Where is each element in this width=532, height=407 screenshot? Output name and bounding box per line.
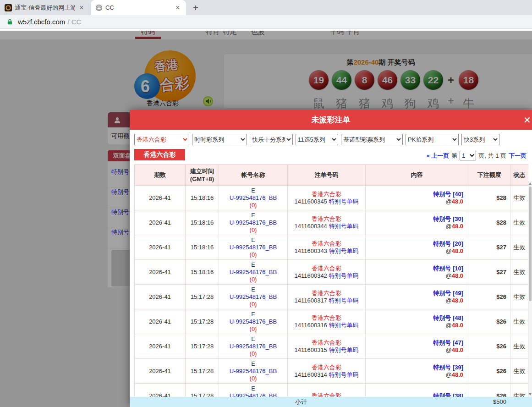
series-select[interactable]: 快3系列	[461, 134, 499, 145]
period-cell: 2026-41	[135, 359, 186, 384]
account-cell: E U-992548176_BB (0)	[219, 260, 288, 285]
odds-line: @48.0	[367, 371, 463, 379]
time-cell: 15:18:16	[186, 260, 219, 285]
odds-value: 48.0	[452, 223, 463, 230]
account-name-link[interactable]: U-992548176_BB	[221, 194, 285, 202]
ticket-number: 1411600342	[295, 272, 327, 279]
time-cell: 15:17:28	[186, 384, 219, 397]
unsettled-bets-modal: 未派彩注单 ✕ 香港六合彩时时彩系列快乐十分系列11选5系列基诺型彩票系列PK拾…	[130, 110, 532, 407]
odds-at: @	[445, 297, 451, 304]
subtotal-value: $500	[468, 397, 506, 407]
scrollbar-thumb[interactable]	[529, 187, 532, 301]
account-cell: E U-992548176_BB (0)	[219, 186, 288, 210]
tab-close-icon[interactable]: ×	[174, 4, 181, 11]
account-name-link[interactable]: U-992548176_BB	[221, 219, 285, 226]
content-cell: 特别号 [40] @48.0	[366, 186, 468, 210]
period-cell: 2026-41	[135, 186, 186, 210]
game-name: 香港六合彩	[290, 265, 363, 272]
scrollbar-down-arrow-icon[interactable]	[529, 393, 532, 396]
account-name-link[interactable]: U-992548176_BB	[221, 392, 285, 397]
series-select[interactable]: 基诺型彩票系列	[341, 134, 403, 145]
address-bar[interactable]: w5zf.cbcfo.com / CC	[0, 15, 532, 29]
bets-table-wrap: 期数建立时间(GMT+8)帐号名称注单号码内容下注额度状态 2026-41 15…	[134, 164, 528, 397]
ticket-cell: 香港六合彩 1411600316 特别号单码	[288, 309, 366, 334]
series-select[interactable]: 11选5系列	[296, 134, 338, 145]
account-cell: E U-992548176_BB (0)	[219, 384, 288, 397]
ticket-number: 1411600344	[295, 223, 327, 230]
amount-cell: $28	[468, 186, 510, 210]
account-name-link[interactable]: U-992548176_BB	[221, 244, 285, 251]
bet-row: 2026-41 15:17:28 E U-992548176_BB (0) 香港…	[135, 359, 529, 384]
account-name-link[interactable]: U-992548176_BB	[221, 318, 285, 325]
period-cell: 2026-41	[135, 285, 186, 309]
time-cell: 15:18:16	[186, 235, 219, 260]
site-favicon-icon	[5, 4, 12, 11]
amount-cell: $26	[468, 285, 510, 309]
status-cell: 生效	[510, 235, 529, 260]
ticket-line: 1411600316 特别号单码	[290, 322, 363, 329]
ticket-number: 1411600314	[295, 371, 327, 378]
ticket-type-link[interactable]: 特别号单码	[329, 322, 358, 329]
series-select[interactable]: 香港六合彩	[134, 134, 189, 145]
column-header: 期数	[135, 165, 186, 186]
column-header: 状态	[510, 165, 529, 186]
modal-header: 未派彩注单 ✕	[130, 110, 532, 130]
tab-close-icon[interactable]: ×	[78, 4, 85, 11]
page-select[interactable]: 1	[460, 151, 476, 160]
browser-tab-1[interactable]: 通宝-信誉最好的网上游戏平 ×	[0, 0, 90, 15]
ticket-type-link[interactable]: 特别号单码	[329, 248, 358, 254]
bet-row: 2026-41 15:18:16 E U-992548176_BB (0) 香港…	[135, 260, 529, 285]
status-cell: 生效	[510, 210, 529, 235]
period-cell: 2026-41	[135, 210, 186, 235]
odds-line: @48.0	[367, 272, 463, 280]
time-cell: 15:17:28	[186, 334, 219, 359]
next-page-link[interactable]: 下一页	[509, 152, 527, 160]
account-name-link[interactable]: U-992548176_BB	[221, 343, 285, 350]
bet-content: 特别号 [40]	[367, 191, 463, 198]
ticket-type-link[interactable]: 特别号单码	[329, 223, 358, 230]
series-select[interactable]: 快乐十分系列	[250, 134, 293, 145]
close-icon[interactable]: ✕	[523, 115, 532, 126]
account-note: (0)	[221, 202, 285, 209]
modal-title: 未派彩注单	[130, 110, 532, 130]
account-prefix: E	[221, 236, 285, 244]
account-cell: E U-992548176_BB (0)	[219, 235, 288, 260]
account-prefix: E	[221, 336, 285, 343]
time-cell: 15:18:16	[186, 210, 219, 235]
ticket-type-link[interactable]: 特别号单码	[329, 371, 358, 378]
account-name-link[interactable]: U-992548176_BB	[221, 293, 285, 301]
odds-value: 48.0	[452, 272, 463, 279]
ticket-cell: 香港六合彩	[288, 384, 366, 397]
ticket-line: 1411600343 特别号单码	[290, 248, 363, 255]
series-select[interactable]: 时时彩系列	[192, 134, 247, 145]
account-name-link[interactable]: U-992548176_BB	[221, 368, 285, 375]
odds-line: @48.0	[367, 322, 463, 329]
ticket-cell: 香港六合彩 1411600315 特别号单码	[288, 334, 366, 359]
odds-at: @	[445, 322, 451, 329]
prev-page-link[interactable]: « 上一页	[426, 152, 449, 160]
tab-title: 通宝-信誉最好的网上游戏平	[15, 4, 75, 12]
scrollbar-up-arrow-icon[interactable]	[529, 182, 532, 185]
series-select[interactable]: PK拾系列	[406, 134, 459, 145]
column-header: 建立时间(GMT+8)	[186, 165, 219, 186]
ticket-cell: 香港六合彩 1411600342 特别号单码	[288, 260, 366, 285]
account-prefix: E	[221, 360, 285, 368]
ticket-type-link[interactable]: 特别号单码	[329, 272, 358, 279]
account-cell: E U-992548176_BB (0)	[219, 210, 288, 235]
ticket-type-link[interactable]: 特别号单码	[329, 198, 358, 205]
ticket-type-link[interactable]: 特别号单码	[329, 346, 358, 353]
content-cell: 特别号 [10] @48.0	[366, 260, 468, 285]
period-cell: 2026-41	[135, 334, 186, 359]
ticket-number: 1411600315	[295, 346, 327, 353]
ticket-type-link[interactable]: 特别号单码	[329, 297, 358, 304]
period-cell: 2026-41	[135, 260, 186, 285]
lottery-page: 特码特肖特尾色波平码平肖 香港 6 合彩 香港六合彩 第2026-40期 开奖号…	[0, 31, 532, 407]
odds-line: @48.0	[367, 297, 463, 304]
active-game-button[interactable]: 香港六合彩	[134, 149, 185, 160]
game-name: 香港六合彩	[290, 364, 363, 371]
table-scrollbar[interactable]	[528, 181, 532, 397]
account-name-link[interactable]: U-992548176_BB	[221, 269, 285, 276]
browser-tab-2-active[interactable]: CC ×	[91, 0, 186, 15]
content-cell: 特别号 [47] @48.0	[366, 334, 468, 359]
new-tab-button[interactable]: +	[190, 2, 202, 14]
